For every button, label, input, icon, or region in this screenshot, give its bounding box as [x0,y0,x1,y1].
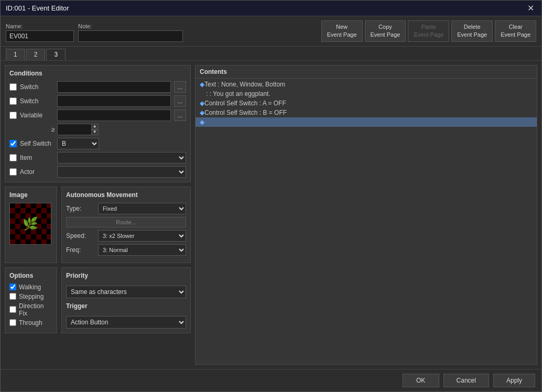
name-label: Name: [6,23,74,29]
close-button[interactable]: ✕ [525,3,536,13]
note-field-group: Note: [78,23,183,42]
direction-fix-row: Direction Fix [9,302,52,317]
switch2-row: Switch ... [9,95,186,107]
switch1-btn[interactable]: ... [174,81,186,93]
speed-row: Speed: 1: x8 Slower 2: x4 Slower 3: x2 S… [66,230,186,242]
walking-checkbox[interactable] [9,284,16,290]
walking-row: Walking [9,284,52,291]
variable-label: Variable [20,112,54,119]
list-item[interactable]: ◆Control Self Switch : A = OFF [196,99,537,108]
window-title: ID:001 - Event Editor [6,4,69,12]
apply-button[interactable]: Apply [493,374,535,387]
actor-checkbox[interactable] [9,168,17,176]
switch1-input[interactable] [57,81,171,93]
freq-row: Freq: 1: Lowest 2: Lower 3: Normal 4: Hi… [66,244,186,256]
right-panel: Contents ◆Text : None, Window, Bottom : … [195,65,537,365]
variable-checkbox[interactable] [9,112,17,119]
new-event-page-button[interactable]: New Event Page [321,20,363,42]
copy-event-page-button[interactable]: Copy Event Page [365,20,406,42]
variable-btn[interactable]: ... [174,110,186,121]
item-text: : : You got an eggplant. [200,90,270,97]
diamond-icon: ◆ [200,118,204,126]
title-bar: ID:001 - Event Editor ✕ [1,1,541,16]
tab-1[interactable]: 1 [6,49,25,60]
type-label: Type: [66,205,95,212]
direction-fix-label: Direction Fix [19,302,52,317]
spinner-buttons: ▲ ▼ [91,124,99,135]
toolbar: Name: Note: New Event Page Copy Event Pa… [1,16,541,47]
variable-num-input[interactable] [57,124,91,135]
tab-3[interactable]: 3 [46,49,66,60]
through-checkbox[interactable] [9,319,16,326]
contents-list[interactable]: ◆Text : None, Window, Bottom : : You got… [196,79,537,364]
bottom-bar: OK Cancel Apply [1,369,541,391]
spinner-down-btn[interactable]: ▼ [91,129,99,135]
conditions-section: Conditions Switch ... Switch ... [5,65,191,182]
conditions-grid: Switch ... Switch ... Variable [9,81,186,178]
priority-title: Priority [66,272,186,279]
speed-select[interactable]: 1: x8 Slower 2: x4 Slower 3: x2 Slower 4… [98,230,186,242]
variable-input[interactable] [57,110,171,121]
through-label: Through [19,319,42,326]
variable-spinner: ▲ ▼ [57,124,99,135]
image-box[interactable]: 🌿 [9,203,51,245]
list-item-selected[interactable]: ◆ [196,117,537,127]
diamond-icon: ◆ [200,100,204,107]
priority-select[interactable]: Below characters Same as characters Abov… [66,286,186,298]
options-section: Options Walking Stepping Direction Fix [5,267,57,333]
delete-event-page-button[interactable]: Delete Event Page [451,20,493,42]
item-text: Control Self Switch : A = OFF [204,100,286,107]
sprite-icon: 🌿 [23,216,38,231]
type-select[interactable]: Fixed Random Approach Custom [98,203,186,214]
item-select[interactable] [57,152,186,164]
image-autonomous-row: Image 🌿 Autonomous Movement Type: Fixed [5,187,191,263]
note-label: Note: [78,23,183,29]
trigger-title: Trigger [66,302,186,310]
actor-row: Actor [9,166,186,178]
list-item[interactable]: ◆Text : None, Window, Bottom [196,80,537,89]
switch2-checkbox[interactable] [9,97,17,105]
autonomous-section: Autonomous Movement Type: Fixed Random A… [61,187,191,263]
walking-label: Walking [19,284,41,291]
freq-label: Freq: [66,246,95,254]
cancel-button[interactable]: Cancel [443,374,489,387]
stepping-checkbox[interactable] [9,293,16,300]
toolbar-buttons: New Event Page Copy Event Page Paste Eve… [321,20,536,42]
freq-select[interactable]: 1: Lowest 2: Lower 3: Normal 4: Higher 5… [98,244,186,256]
direction-fix-checkbox[interactable] [9,306,16,313]
diamond-icon: ◆ [200,109,204,116]
switch2-btn[interactable]: ... [174,95,186,107]
self-switch-select[interactable]: A B C D [57,138,99,149]
options-priority-trigger-row: Options Walking Stepping Direction Fix [5,267,191,333]
priority-block: Priority Below characters Same as charac… [66,272,186,298]
stepping-row: Stepping [9,293,52,300]
priority-trigger-section: Priority Below characters Same as charac… [61,267,191,333]
list-item[interactable]: : : You got an eggplant. [196,89,537,99]
note-input[interactable] [78,30,183,42]
item-text: Control Self Switch : B = OFF [204,109,287,116]
autonomous-title: Autonomous Movement [66,191,186,199]
switch2-label: Switch [20,97,54,105]
tab-2[interactable]: 2 [26,49,46,60]
stepping-label: Stepping [19,293,44,300]
variable-row: Variable ... [9,110,186,121]
self-switch-row: Self Switch A B C D [9,138,186,149]
ok-button[interactable]: OK [403,374,439,387]
switch2-input[interactable] [57,95,171,107]
self-switch-checkbox[interactable] [9,140,17,147]
conditions-title: Conditions [9,70,186,77]
clear-event-page-button[interactable]: Clear Event Page [495,20,536,42]
name-input[interactable] [6,30,74,42]
actor-select[interactable] [57,166,186,178]
paste-event-page-button[interactable]: Paste Event Page [408,20,449,42]
spinner-up-btn[interactable]: ▲ [91,124,99,129]
variable-sub-row: ≥ ▲ ▼ [9,124,186,135]
item-checkbox[interactable] [9,154,17,161]
route-button[interactable]: Route... [66,217,186,227]
trigger-select[interactable]: Action Button Player Touch Event Touch A… [66,316,186,329]
self-switch-label: Self Switch [20,140,54,147]
type-row: Type: Fixed Random Approach Custom [66,203,186,214]
switch1-checkbox[interactable] [9,83,17,91]
image-title: Image [9,191,52,199]
list-item[interactable]: ◆Control Self Switch : B = OFF [196,108,537,117]
